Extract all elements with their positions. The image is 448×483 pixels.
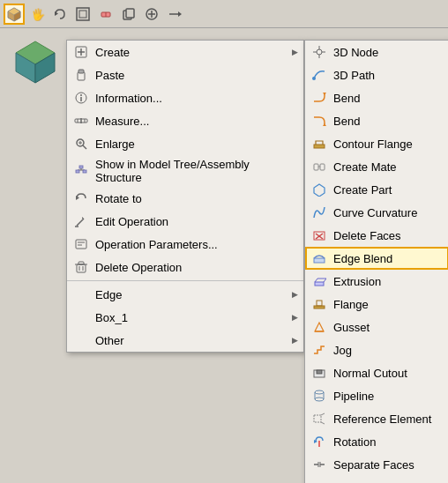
measure-label: Measure... <box>95 115 296 128</box>
bend2-icon <box>310 112 328 130</box>
left-context-menu: Create Paste Information... <box>66 40 304 353</box>
enlarge-label: Enlarge <box>95 137 296 151</box>
menu-item-bend1[interactable]: Bend <box>305 86 448 109</box>
edge-label: Edge <box>95 288 296 301</box>
contour-flange-icon <box>310 135 328 152</box>
tree-icon <box>72 162 90 180</box>
arrow-right-icon[interactable] <box>164 4 185 25</box>
svg-rect-68 <box>314 258 325 263</box>
extrusion-icon <box>310 272 328 290</box>
menu-item-separate-faces[interactable]: Separate Faces <box>305 453 448 476</box>
measure-icon <box>72 112 90 130</box>
svg-line-85 <box>321 422 325 424</box>
circle-plus-icon[interactable] <box>141 4 162 25</box>
svg-marker-15 <box>178 11 182 17</box>
flange-icon <box>310 295 328 313</box>
menu-item-normal-cutout[interactable]: Normal Cutout <box>305 361 448 384</box>
menu-item-create-mate[interactable]: Create Mate <box>305 155 448 178</box>
menu-item-create[interactable]: Create <box>67 41 303 63</box>
menu-item-box1[interactable]: Box_1 <box>67 306 303 329</box>
svg-point-57 <box>312 77 316 80</box>
svg-marker-59 <box>323 123 326 126</box>
3d-shape <box>0 28 71 99</box>
information-label: Information... <box>95 92 296 105</box>
frame-icon[interactable] <box>72 4 93 25</box>
svg-rect-38 <box>76 170 79 173</box>
delete-faces-icon <box>310 227 328 244</box>
menu-item-paste[interactable]: Paste <box>67 63 303 86</box>
menu-item-3d-node[interactable]: 3D Node <box>305 41 448 63</box>
hand-tool-icon[interactable]: 🖐 <box>26 4 48 25</box>
svg-line-32 <box>83 145 86 149</box>
menu-item-flange[interactable]: Flange <box>305 293 448 316</box>
svg-rect-39 <box>83 170 86 173</box>
menu-item-edge-blend[interactable]: Edge Blend <box>305 247 448 270</box>
other-label: Other <box>95 334 296 347</box>
cube-tool-icon[interactable] <box>4 4 25 25</box>
info-icon <box>72 89 90 107</box>
jog-label: Jog <box>333 344 442 357</box>
edge-icon <box>72 286 90 303</box>
menu-item-reference-element[interactable]: Reference Element <box>305 407 448 430</box>
normal-cutout-label: Normal Cutout <box>333 367 442 380</box>
curve-curvature-icon <box>310 204 328 221</box>
menu-item-edit-operation[interactable]: Edit Operation <box>67 210 303 233</box>
menu-item-information[interactable]: Information... <box>67 86 303 109</box>
menu-item-show-model-tree[interactable]: Show in Model Tree/Assembly Structure <box>67 155 303 187</box>
svg-line-41 <box>77 219 84 226</box>
menu-item-jog[interactable]: Jog <box>305 338 448 361</box>
box1-label: Box_1 <box>95 311 296 324</box>
separate-faces-icon <box>310 456 328 473</box>
rotation-icon <box>310 433 328 450</box>
undo-icon[interactable] <box>49 4 71 25</box>
svg-point-82 <box>315 398 324 401</box>
flange-label: Flange <box>333 298 442 311</box>
show-tree-label: Show in Model Tree/Assembly Structure <box>95 158 296 184</box>
menu-item-create-part[interactable]: Create Part <box>305 178 448 201</box>
normal-cutout-icon <box>310 364 328 382</box>
menu-item-delete-faces[interactable]: Delete Faces <box>305 224 448 247</box>
menu-item-edge[interactable]: Edge <box>67 283 303 306</box>
rotation-label: Rotation <box>333 435 442 449</box>
svg-rect-5 <box>77 8 89 20</box>
svg-text:🖐: 🖐 <box>31 7 45 22</box>
svg-line-70 <box>315 279 317 282</box>
curve-curvature-label: Curve Curvature <box>333 206 442 219</box>
contour-flange-label: Contour Flange <box>333 137 442 151</box>
menu-item-rotation[interactable]: Rotation <box>305 430 448 453</box>
svg-marker-75 <box>315 323 324 331</box>
menu-item-sweep[interactable]: Sweep <box>305 476 448 483</box>
menu-item-gusset[interactable]: Gusset <box>305 316 448 338</box>
menu-item-rotate-to[interactable]: Rotate to <box>67 187 303 210</box>
edge-blend-label: Edge Blend <box>333 252 442 265</box>
menu-item-3d-path[interactable]: 3D Path <box>305 63 448 86</box>
menu-item-delete-operation[interactable]: Delete Operation <box>67 256 303 279</box>
jog-icon <box>310 341 328 359</box>
menu-item-extrusion[interactable]: Extrusion <box>305 270 448 293</box>
eraser-icon[interactable] <box>95 4 116 25</box>
create-mate-icon <box>310 158 328 175</box>
menu-item-enlarge[interactable]: Enlarge <box>67 132 303 155</box>
menu-item-pipeline[interactable]: Pipeline <box>305 384 448 407</box>
delete-operation-icon <box>72 258 90 276</box>
3d-path-label: 3D Path <box>333 69 442 82</box>
menu-item-curve-curvature[interactable]: Curve Curvature <box>305 201 448 224</box>
menu-item-operation-parameters[interactable]: Operation Parameters... <box>67 233 303 256</box>
svg-marker-64 <box>314 184 325 197</box>
menu-item-bend2[interactable]: Bend <box>305 109 448 132</box>
svg-rect-44 <box>76 240 86 249</box>
svg-line-71 <box>324 279 326 282</box>
create-label: Create <box>95 46 296 59</box>
reference-element-label: Reference Element <box>333 412 442 426</box>
svg-rect-47 <box>77 264 86 272</box>
operation-parameters-label: Operation Parameters... <box>95 238 296 251</box>
svg-rect-74 <box>317 301 322 306</box>
copy-icon[interactable] <box>118 4 139 25</box>
separate-faces-label: Separate Faces <box>333 458 442 472</box>
menu-item-measure[interactable]: Measure... <box>67 109 303 132</box>
edit-operation-icon <box>72 212 90 230</box>
bend2-label: Bend <box>333 115 442 128</box>
svg-point-52 <box>317 49 322 55</box>
menu-item-contour-flange[interactable]: Contour Flange <box>305 132 448 155</box>
menu-item-other[interactable]: Other <box>67 329 303 352</box>
